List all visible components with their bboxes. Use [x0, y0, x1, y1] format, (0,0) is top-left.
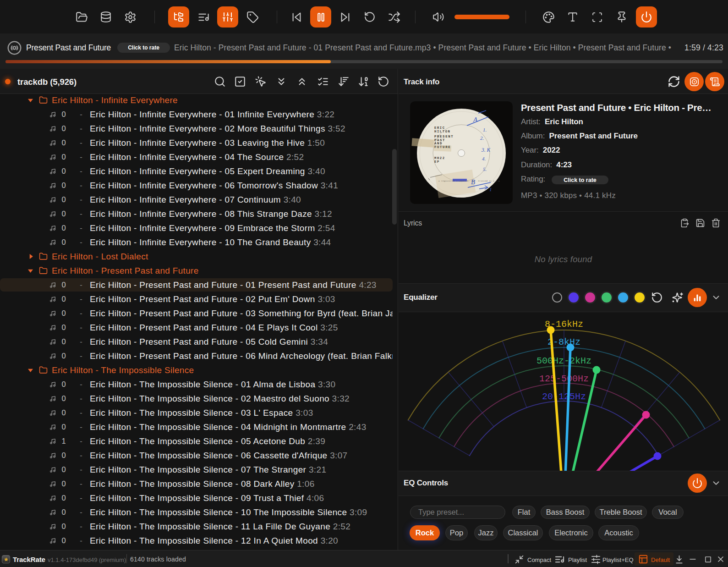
svg-text:5.: 5.	[483, 166, 487, 172]
svg-text:125-500Hz: 125-500Hz	[539, 374, 589, 384]
svg-text:a registered trademark, inc. P: a registered trademark, inc. Printed in …	[438, 180, 500, 182]
svg-text:2.: 2.	[480, 135, 484, 141]
svg-text:500Hz-2kHz: 500Hz-2kHz	[536, 356, 591, 366]
svg-text:20-125Hz: 20-125Hz	[542, 391, 586, 402]
svg-text:EP: EP	[434, 160, 440, 164]
svg-text:1.: 1.	[483, 127, 487, 132]
svg-text:3. K: 3. K	[481, 147, 491, 153]
svg-text:ERIC: ERIC	[434, 126, 445, 130]
svg-text:FUTURE: FUTURE	[434, 145, 451, 149]
svg-text:4.: 4.	[482, 156, 486, 161]
svg-text:HILTON: HILTON	[434, 130, 450, 133]
svg-text:1: 1	[489, 187, 492, 192]
